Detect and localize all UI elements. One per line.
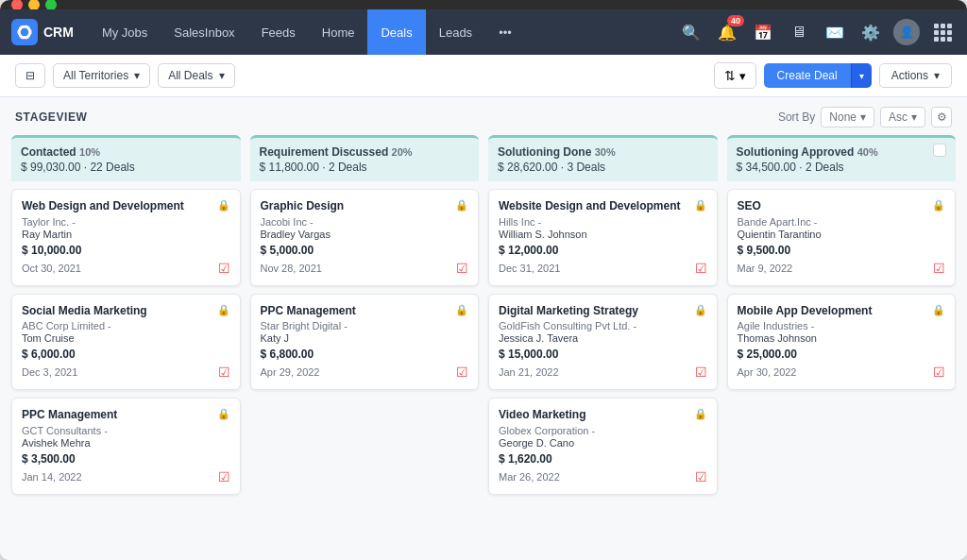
main-content: STAGEVIEW Sort By None ▾ Asc ▾ ⚙ xyxy=(0,97,967,560)
deals-filter-chevron: ▾ xyxy=(219,69,225,82)
card-date: Jan 14, 2022 xyxy=(22,471,82,483)
kanban-col-solutioning-approved: Solutioning Approved 40% $ 34,500.00 · 2… xyxy=(727,135,957,549)
col-header-solutioning-approved: Solutioning Approved 40% $ 34,500.00 · 2… xyxy=(727,135,957,181)
check-icon: ☑ xyxy=(456,365,468,380)
nav-home[interactable]: Home xyxy=(309,9,368,55)
deal-card[interactable]: Digital Marketing Strategy 🔒 GoldFish Co… xyxy=(488,294,718,391)
card-person: Avishek Mehra xyxy=(22,437,230,449)
sort-filter-button[interactable]: ⇅ ▾ xyxy=(714,62,756,89)
nav-more[interactable]: ••• xyxy=(485,9,525,55)
card-title: Website Design and Development xyxy=(499,199,681,214)
card-amount: $ 10,000.00 xyxy=(22,244,230,257)
lock-icon: 🔒 xyxy=(455,199,468,212)
card-date: Nov 28, 2021 xyxy=(261,263,322,274)
lock-icon: 🔒 xyxy=(217,304,230,316)
col-checkbox[interactable] xyxy=(933,144,946,157)
titlebar xyxy=(0,0,967,9)
col-title-requirement: Requirement Discussed 20% xyxy=(260,145,470,159)
card-date: Mar 9, 2022 xyxy=(738,263,793,274)
logo-icon xyxy=(11,19,38,45)
card-date: Oct 30, 2021 xyxy=(22,263,81,274)
card-date: Jan 21, 2022 xyxy=(499,366,559,378)
actions-label: Actions xyxy=(891,69,928,82)
calendar-icon[interactable]: 📅 xyxy=(750,19,776,45)
avatar[interactable]: 👤 xyxy=(893,19,920,45)
check-icon: ☑ xyxy=(695,365,707,380)
deal-card[interactable]: SEO 🔒 Bande Apart.Inc - Quientin Taranti… xyxy=(727,189,957,286)
card-person: Tom Cruise xyxy=(22,332,230,344)
card-title: PPC Management xyxy=(22,408,117,423)
create-deal-arrow[interactable]: ▾ xyxy=(851,63,872,88)
col-title-contacted: Contacted 10% xyxy=(21,145,231,159)
card-amount: $ 9,500.00 xyxy=(738,244,946,257)
create-deal-button[interactable]: Create Deal xyxy=(764,63,851,88)
card-title: Web Design and Development xyxy=(22,199,184,214)
card-person: William S. Johnson xyxy=(499,229,707,240)
check-icon: ☑ xyxy=(695,469,707,484)
mail-icon[interactable]: ✉️ xyxy=(822,19,848,45)
deal-card[interactable]: Graphic Design 🔒 Jacobi Inc - Bradley Va… xyxy=(250,189,480,286)
nav-deals[interactable]: Deals xyxy=(367,9,425,55)
card-amount: $ 5,000.00 xyxy=(261,244,469,257)
deals-filter-dropdown[interactable]: All Deals ▾ xyxy=(158,63,234,88)
card-company: ABC Corp Limited - xyxy=(22,320,230,331)
filter-button[interactable]: ⊟ xyxy=(15,63,45,88)
card-amount: $ 15,000.00 xyxy=(499,348,707,361)
deal-card[interactable]: PPC Management 🔒 GCT Consultants - Avish… xyxy=(11,398,241,495)
card-date: Mar 26, 2022 xyxy=(499,471,560,483)
actions-button[interactable]: Actions ▾ xyxy=(879,63,952,88)
deal-card[interactable]: Video Marketing 🔒 Globex Corporation - G… xyxy=(488,398,718,495)
kanban-col-requirement: Requirement Discussed 20% $ 11,800.00 · … xyxy=(250,135,480,549)
territories-dropdown[interactable]: All Territories ▾ xyxy=(53,63,150,88)
sort-filter-icon: ⇅ xyxy=(724,68,736,83)
card-date: Apr 29, 2022 xyxy=(261,366,320,378)
sort-asc-select[interactable]: Asc ▾ xyxy=(880,107,925,127)
card-company: Taylor Inc. - xyxy=(22,216,230,228)
bell-icon[interactable]: 🔔 40 xyxy=(714,19,740,45)
kanban-board: Contacted 10% $ 99,030.00 · 22 Deals Web… xyxy=(0,135,967,560)
deal-card[interactable]: Mobile App Development 🔒 Agile Industrie… xyxy=(727,294,957,391)
sortby-row: Sort By None ▾ Asc ▾ ⚙ xyxy=(778,107,952,127)
card-title: SEO xyxy=(738,199,761,214)
gear-icon[interactable]: ⚙️ xyxy=(857,19,884,45)
sort-gear-button[interactable]: ⚙ xyxy=(931,107,952,127)
sort-none-label: None xyxy=(829,110,857,124)
toolbar: ⊟ All Territories ▾ All Deals ▾ ⇅ ▾ Crea… xyxy=(0,55,967,97)
grid-icon[interactable] xyxy=(929,19,956,45)
app-logo: CRM xyxy=(11,19,74,45)
nav-salesinbox[interactable]: SalesInbox xyxy=(161,9,247,55)
nav-items: My Jobs SalesInbox Feeds Home Deals Lead… xyxy=(89,9,678,55)
col-meta-solutioning-done: $ 28,620.00 · 3 Deals xyxy=(498,161,708,174)
sort-none-select[interactable]: None ▾ xyxy=(821,107,874,127)
deal-card[interactable]: Social Media Marketing 🔒 ABC Corp Limite… xyxy=(11,294,241,391)
card-title: Video Marketing xyxy=(499,408,585,423)
col-meta-solutioning-approved: $ 34,500.00 · 2 Deals xyxy=(737,161,878,174)
card-amount: $ 3,500.00 xyxy=(22,452,230,466)
nav-leads[interactable]: Leads xyxy=(426,9,485,55)
nav-feeds[interactable]: Feeds xyxy=(248,9,309,55)
nav-myjobs[interactable]: My Jobs xyxy=(89,9,161,55)
deal-card[interactable]: PPC Management 🔒 Star Bright Digital - K… xyxy=(250,294,480,391)
deal-card[interactable]: Website Design and Development 🔒 Hills I… xyxy=(488,189,718,286)
deal-card[interactable]: Web Design and Development 🔒 Taylor Inc.… xyxy=(11,189,241,286)
app-window: CRM My Jobs SalesInbox Feeds Home Deals … xyxy=(0,0,967,560)
col-title-solutioning-done: Solutioning Done 30% xyxy=(498,145,708,159)
stageview-title: STAGEVIEW xyxy=(15,110,88,124)
search-icon[interactable]: 🔍 xyxy=(678,19,704,45)
sort-filter-arrow: ▾ xyxy=(739,69,746,83)
card-date: Dec 31, 2021 xyxy=(499,263,560,274)
card-amount: $ 6,800.00 xyxy=(261,348,469,361)
card-amount: $ 25,000.00 xyxy=(738,348,946,361)
notification-badge: 40 xyxy=(727,15,744,26)
screen-icon[interactable]: 🖥 xyxy=(786,19,812,45)
toolbar-right: ⇅ ▾ Create Deal ▾ Actions ▾ xyxy=(714,62,952,89)
check-icon: ☑ xyxy=(218,365,230,380)
lock-icon: 🔒 xyxy=(694,408,707,420)
card-person: Quientin Tarantino xyxy=(738,229,946,240)
lock-icon: 🔒 xyxy=(694,304,707,316)
actions-chevron: ▾ xyxy=(934,69,940,82)
lock-icon: 🔒 xyxy=(932,304,945,316)
card-title: Mobile App Development xyxy=(738,304,873,319)
col-meta-requirement: $ 11,800.00 · 2 Deals xyxy=(260,161,470,174)
card-title: Social Media Marketing xyxy=(22,304,147,319)
